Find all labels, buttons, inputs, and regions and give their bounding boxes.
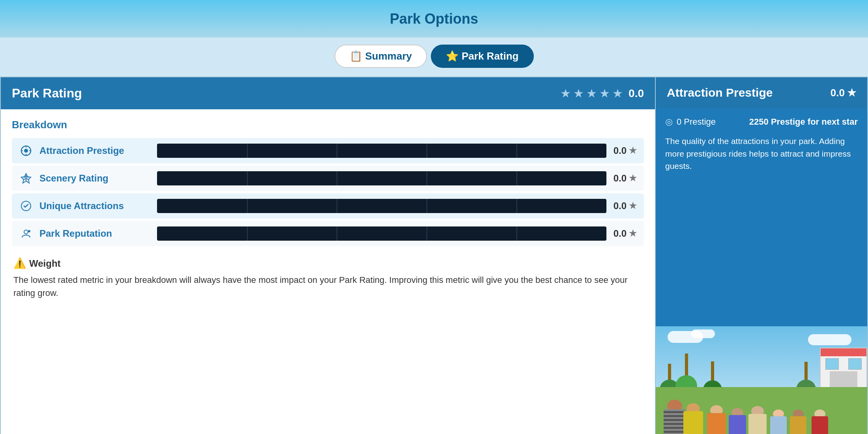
unique-attractions-icon [19,199,33,213]
summary-icon: 📋 [350,50,362,62]
metric-row-park-reputation[interactable]: Park Reputation 0.0 ★ [12,221,644,246]
person-1 [664,400,685,434]
park-scene [656,326,867,434]
unique-attractions-bar-container [157,199,606,213]
left-panel-body: Breakdown Attraction Prestige [1,109,655,309]
scenery-rating-label: Scenery Rating [39,173,150,184]
scenery-rating-icon [19,171,33,185]
tab-park-rating-label: Park Rating [462,50,519,62]
person-6 [770,410,787,434]
person-2 [683,403,703,434]
attraction-prestige-star: ★ [629,146,637,156]
attraction-prestige-value: 0.0 ★ [614,145,637,156]
person-8 [812,410,828,434]
right-panel-body: ◎ 0 Prestige 2250 Prestige for next star… [656,108,867,326]
right-panel: Attraction Prestige 0.0 ★ ◎ 0 Prestige 2… [655,77,868,434]
attraction-prestige-label: Attraction Prestige [39,145,150,156]
unique-attractions-star: ★ [629,201,637,211]
prestige-current-label: 0 Prestige [677,117,716,127]
metric-row-scenery-rating[interactable]: Scenery Rating 0.0 ★ [12,166,644,191]
person-5 [748,406,767,434]
metric-row-attraction-prestige[interactable]: Attraction Prestige 0.0 ★ [12,138,644,163]
unique-attractions-value: 0.0 ★ [614,200,637,211]
svg-point-5 [24,230,28,234]
prestige-row: ◎ 0 Prestige 2250 Prestige for next star [665,117,858,127]
park-reputation-icon [19,226,33,241]
park-reputation-label: Park Reputation [39,228,150,239]
star-5: ★ [612,86,623,100]
weight-section: ⚠️ Weight The lowest rated metric in you… [12,257,644,299]
right-panel-header: Attraction Prestige 0.0 ★ [656,77,867,108]
person-3 [707,405,726,434]
attraction-prestige-icon [19,144,33,158]
building-roof [821,348,866,356]
attraction-prestige-title: Attraction Prestige [667,86,773,99]
left-panel-header: Park Rating ★ ★ ★ ★ ★ 0.0 [1,77,655,109]
right-panel-star: ★ [847,87,856,99]
building-window-1 [825,358,839,370]
weight-title-row: ⚠️ Weight [13,257,642,269]
unique-attractions-label: Unique Attractions [39,200,150,211]
metric-row-unique-attractions[interactable]: Unique Attractions 0.0 ★ [12,193,644,219]
star-2: ★ [573,86,584,100]
main-content: Park Rating ★ ★ ★ ★ ★ 0.0 Breakdown [0,77,868,434]
prestige-next: 2250 Prestige for next star [749,117,858,127]
weight-description: The lowest rated metric in your breakdow… [13,273,642,299]
right-panel-rating: 0.0 ★ [831,87,856,99]
star-1: ★ [560,86,571,100]
top-bar: Park Options [0,0,868,37]
building-window-2 [848,358,862,370]
tab-bar: 📋 Summary ⭐ Park Rating [0,37,868,77]
scenery-rating-bar [157,171,606,185]
prestige-current: ◎ 0 Prestige [665,117,716,127]
star-3: ★ [586,86,597,100]
park-reputation-bar [157,226,606,241]
cloud-3 [808,334,851,345]
attraction-prestige-bar-container [157,144,606,158]
person-7 [790,410,806,434]
svg-point-1 [24,149,28,153]
cloud-2 [691,329,715,338]
prestige-circle-icon: ◎ [665,117,673,127]
left-panel: Park Rating ★ ★ ★ ★ ★ 0.0 Breakdown [0,77,655,434]
unique-attractions-bar [157,199,606,213]
prestige-description: The quality of the attractions in your p… [665,135,858,172]
park-reputation-value: 0.0 ★ [614,228,637,239]
park-rating-stars: ★ ★ ★ ★ ★ 0.0 [560,86,644,100]
park-rating-icon: ⭐ [446,50,458,62]
park-rating-title: Park Rating [12,86,82,101]
page-title: Park Options [390,11,478,27]
park-rating-value: 0.0 [629,87,644,100]
park-image [656,326,867,434]
breakdown-title: Breakdown [12,119,644,131]
park-reputation-bar-container [157,226,606,241]
svg-point-6 [28,230,30,232]
star-4: ★ [599,86,610,100]
scenery-rating-value: 0.0 ★ [614,173,637,184]
right-panel-rating-value: 0.0 [831,87,845,99]
scenery-rating-star: ★ [629,173,637,183]
tab-park-rating[interactable]: ⭐ Park Rating [431,45,534,68]
weight-title-label: Weight [29,258,61,269]
park-reputation-star: ★ [629,228,637,239]
tab-summary[interactable]: 📋 Summary [335,45,427,68]
weight-warning-icon: ⚠️ [13,257,26,269]
tab-summary-label: Summary [365,50,412,62]
person-4 [729,408,746,434]
scenery-rating-bar-container [157,171,606,185]
attraction-prestige-bar [157,144,606,158]
